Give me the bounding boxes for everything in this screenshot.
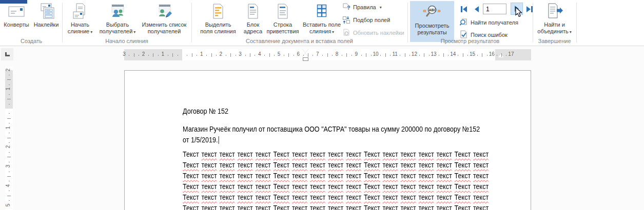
document-body-line: Магазин Ручеёк получил от поставщика ООО… — [183, 123, 480, 134]
ruler-number: 4 — [5, 184, 11, 187]
word: Текст — [274, 192, 290, 202]
word: текст — [418, 202, 434, 210]
highlight-fields-button[interactable]: Выделитьполя слияния — [195, 0, 241, 40]
dropdown-caret-icon: ▾ — [90, 30, 92, 34]
ruler-tick — [236, 55, 236, 56]
edit-recipients-button[interactable]: Изменить списокполучателей — [138, 0, 190, 40]
word: текст — [473, 181, 489, 192]
ruler-number: 16 — [489, 51, 495, 57]
ruler-tick — [419, 55, 420, 56]
ruler-tick — [9, 123, 10, 123]
word: Текст — [364, 159, 380, 170]
labels-button[interactable]: Наклейки — [31, 0, 61, 40]
address-block-button[interactable]: Блокадреса — [241, 0, 265, 40]
start-merge-button[interactable]: Начатьслияние▾ — [63, 0, 97, 40]
preview-results-label: Просмотретьрезультаты — [415, 23, 450, 36]
address-block-icon — [244, 3, 262, 20]
horizontal-ruler[interactable]: 3211234567891011121314151617 — [124, 49, 531, 60]
greeting-line-button[interactable]: Строкаприветствия — [265, 0, 301, 40]
ruler-tick — [9, 75, 10, 75]
ruler-tick — [288, 53, 289, 57]
insert-merge-field-button[interactable]: Вставить полеслияния▾ — [301, 0, 343, 40]
word: текст — [201, 170, 217, 181]
ruler-tick — [284, 55, 284, 56]
finish-merge-icon — [545, 3, 564, 20]
ruler-tick — [7, 99, 11, 99]
match-fields-button[interactable]: Подбор полей — [341, 15, 406, 25]
left-indent-marker[interactable] — [303, 57, 308, 61]
ruler-tick — [9, 104, 10, 104]
word: текст — [473, 170, 489, 181]
right-indent-marker[interactable] — [498, 54, 504, 57]
word: текст — [418, 159, 434, 170]
ruler-number: 6 — [297, 51, 300, 57]
find-recipient-button[interactable]: Найти получателя — [458, 17, 520, 28]
edit-recipients-label: Изменить списокполучателей — [142, 22, 187, 35]
start-merge-label: Начатьслияние▾ — [68, 22, 92, 35]
ruler-tick — [477, 55, 478, 56]
ruler-number: 15 — [470, 51, 475, 57]
ruler-number: 10 — [373, 51, 378, 57]
select-recipients-button[interactable]: Выбратьполучателей▾ — [97, 0, 138, 40]
ruler-number: 1 — [5, 126, 11, 129]
ruler-tick — [313, 55, 313, 56]
ruler-tick — [429, 55, 430, 56]
ruler-tick — [346, 53, 347, 57]
word: текст — [382, 159, 398, 170]
svg-text:»: » — [437, 7, 441, 14]
previous-record-button[interactable] — [472, 4, 482, 14]
ruler-tick — [230, 53, 231, 57]
dropdown-caret-icon: ▾ — [133, 30, 135, 34]
preview-results-toggle[interactable]: «»ABC Просмотретьрезультаты — [410, 1, 454, 42]
ruler-tick — [211, 53, 212, 57]
word: текст — [292, 149, 307, 159]
envelopes-label: Конверты — [4, 22, 29, 28]
ribbon: Конверты Наклейки Создать Начатьслияние▾ — [0, 0, 644, 46]
word: Текст — [274, 149, 290, 159]
ruler-tick — [250, 53, 250, 57]
word: текст — [328, 192, 343, 202]
vertical-ruler[interactable]: 2112345 — [5, 67, 13, 210]
start-merge-icon — [71, 3, 89, 20]
ruler-tick — [9, 133, 10, 133]
word: текст — [382, 181, 398, 192]
ruler-tick — [7, 157, 11, 157]
ruler-tick — [7, 176, 11, 177]
word: текст — [418, 192, 434, 202]
word: текст — [400, 202, 416, 210]
finish-merge-button[interactable]: Найти иобъединить▾ — [534, 0, 575, 40]
finish-merge-label: Найти иобъединить▾ — [537, 22, 571, 35]
word: Текст — [183, 149, 199, 159]
current-record-input[interactable] — [483, 4, 506, 14]
find-recipient-label: Найти получателя — [471, 19, 518, 26]
word: текст — [292, 192, 307, 202]
word: текст — [400, 181, 416, 192]
document-page[interactable]: Договор № 152 Магазин Ручеёк получил от … — [124, 70, 531, 210]
ruler-number: 1 — [5, 88, 11, 91]
ruler-tick — [206, 55, 207, 56]
tab-stop-selector[interactable] — [1, 48, 13, 60]
first-record-button[interactable] — [459, 4, 469, 14]
ruler-tick — [371, 55, 372, 56]
mouse-cursor — [515, 7, 524, 18]
envelopes-button[interactable]: Конверты — [2, 0, 31, 40]
rules-button[interactable]: ? Правила ▾ — [341, 2, 406, 12]
word: текст — [255, 170, 270, 181]
ruler-tick — [187, 55, 187, 56]
previous-record-icon — [472, 5, 481, 14]
word: текст — [292, 170, 307, 181]
ruler-number: 2 — [142, 51, 145, 57]
ruler-number: 13 — [431, 51, 437, 57]
group-preview-results: «»ABC Просмотретьрезультаты Найти получа… — [408, 0, 532, 46]
insert-merge-field-label: Вставить полеслияния▾ — [303, 22, 341, 35]
ruler-number: 7 — [316, 51, 319, 57]
first-line-indent-marker[interactable] — [302, 49, 308, 53]
word: текст — [346, 181, 361, 192]
body-text-line: ТексттексттексттексттекстТексттексттекст… — [183, 202, 489, 210]
ruler-tick — [7, 79, 11, 80]
word: текст — [418, 149, 434, 159]
ruler-number: 17 — [508, 51, 514, 57]
word: текст — [219, 149, 235, 159]
ruler-tick — [9, 181, 10, 181]
svg-text:«: « — [423, 7, 426, 14]
